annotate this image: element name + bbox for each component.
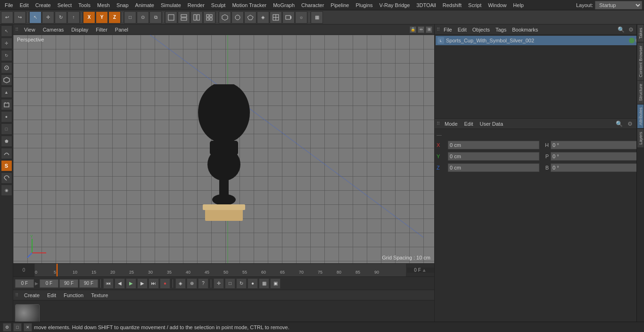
tab-structure[interactable]: Structure bbox=[637, 81, 644, 105]
toolbar-move[interactable]: ✛ bbox=[42, 11, 54, 24]
sidebar-icon-8[interactable]: □ bbox=[1, 123, 12, 135]
attr-p-input[interactable] bbox=[551, 152, 642, 161]
menu-3dtoall[interactable]: 3DTOAll bbox=[413, 1, 438, 9]
transport-current-frame[interactable] bbox=[40, 279, 58, 288]
sidebar-icon-6[interactable] bbox=[1, 99, 12, 110]
toolbar-cube[interactable] bbox=[219, 11, 231, 24]
transport-goto-start[interactable]: ⏮ bbox=[103, 278, 114, 289]
layout-dropdown[interactable]: Startup bbox=[595, 1, 642, 9]
object-dot-1[interactable] bbox=[629, 38, 635, 43]
status-icon-1[interactable]: ⚙ bbox=[3, 323, 11, 332]
toolbar-redo[interactable]: ↪ bbox=[14, 11, 26, 24]
attr-search-icon[interactable]: 🔍 bbox=[616, 121, 623, 127]
transport-goto-end[interactable]: ⏭ bbox=[149, 278, 159, 289]
toolbar-select[interactable]: ↖ bbox=[29, 11, 41, 24]
sidebar-icon-1[interactable]: ✛ bbox=[1, 38, 12, 49]
attr-mode[interactable]: Mode bbox=[443, 120, 460, 128]
bottom-menu-create[interactable]: Create bbox=[22, 292, 41, 299]
obj-search-icon[interactable]: 🔍 bbox=[618, 26, 625, 33]
toolbar-light[interactable]: ☼ bbox=[295, 11, 307, 24]
bottom-menu-edit[interactable]: Edit bbox=[45, 292, 58, 299]
menu-character[interactable]: Character bbox=[298, 1, 327, 9]
viewport-menu-cameras[interactable]: Cameras bbox=[41, 26, 66, 33]
sidebar-icon-s[interactable]: S bbox=[1, 160, 12, 171]
transport-end-frame[interactable] bbox=[59, 279, 78, 288]
sidebar-icon-2[interactable]: ↻ bbox=[1, 50, 12, 61]
menu-simulate[interactable]: Simulate bbox=[158, 1, 184, 9]
obj-mgr-objects[interactable]: Objects bbox=[471, 26, 492, 33]
menu-sculpt[interactable]: Sculpt bbox=[208, 1, 229, 9]
menu-script[interactable]: Script bbox=[465, 1, 484, 9]
transport-motion5[interactable]: ▦ bbox=[259, 278, 269, 289]
toolbar-axis-z[interactable]: Z bbox=[108, 11, 121, 24]
toolbar-scale[interactable]: ↻ bbox=[55, 11, 67, 24]
toolbar-vp-1[interactable] bbox=[165, 11, 177, 24]
sidebar-icon-9[interactable]: ⬟ bbox=[1, 136, 12, 147]
attr-edit[interactable]: Edit bbox=[462, 120, 475, 128]
menu-file[interactable]: File bbox=[2, 1, 16, 9]
toolbar-vp-3[interactable] bbox=[190, 11, 203, 24]
menu-window[interactable]: Window bbox=[485, 1, 509, 9]
menu-select[interactable]: Select bbox=[55, 1, 75, 9]
timeline-ruler[interactable]: 0 5 10 15 20 25 30 35 40 45 50 55 60 65 … bbox=[35, 264, 406, 276]
menu-plugins[interactable]: Plugins bbox=[353, 1, 375, 9]
attr-y-input[interactable] bbox=[448, 152, 539, 161]
tab-attributes[interactable]: Attributes bbox=[637, 104, 644, 129]
transport-motion6[interactable]: ▣ bbox=[270, 278, 281, 289]
obj-settings-icon[interactable]: ⚙ bbox=[628, 26, 634, 33]
menu-redshift[interactable]: Redshift bbox=[440, 1, 464, 9]
toolbar-undo[interactable]: ↩ bbox=[1, 11, 13, 24]
sidebar-icon-10[interactable] bbox=[1, 148, 12, 159]
transport-help[interactable]: ? bbox=[198, 278, 208, 289]
timeline-area[interactable]: 0 0 5 10 15 20 25 30 35 40 45 50 55 bbox=[13, 263, 434, 276]
attr-settings-icon[interactable]: ⚙ bbox=[627, 121, 633, 127]
menu-edit[interactable]: Edit bbox=[17, 1, 32, 9]
menu-pipeline[interactable]: Pipeline bbox=[328, 1, 352, 9]
menu-create[interactable]: Create bbox=[33, 1, 54, 9]
sidebar-icon-12[interactable] bbox=[1, 172, 12, 184]
transport-motion2[interactable]: □ bbox=[225, 278, 235, 289]
transport-prev-frame[interactable]: ◀ bbox=[115, 278, 125, 289]
toolbar-vp-2[interactable] bbox=[178, 11, 190, 24]
menu-motion-tracker[interactable]: Motion Tracker bbox=[229, 1, 269, 9]
tab-takes[interactable]: Takes bbox=[637, 24, 644, 42]
transport-auto-key[interactable]: ◈ bbox=[175, 278, 186, 289]
menu-snap[interactable]: Snap bbox=[114, 1, 132, 9]
toolbar-shape[interactable]: ◈ bbox=[257, 11, 269, 24]
obj-mgr-edit[interactable]: Edit bbox=[456, 26, 469, 33]
sidebar-icon-0[interactable]: ↖ bbox=[1, 25, 12, 37]
toolbar-axis-x[interactable]: X bbox=[83, 11, 95, 24]
obj-mgr-file[interactable]: File bbox=[442, 26, 454, 33]
attr-user-data[interactable]: User Data bbox=[478, 120, 505, 128]
viewport-menu-filter[interactable]: Filter bbox=[94, 26, 109, 33]
toolbar-vp-4[interactable] bbox=[203, 11, 215, 24]
status-icon-2[interactable]: □ bbox=[13, 323, 22, 332]
sidebar-icon-7[interactable]: ● bbox=[1, 111, 12, 122]
menu-tools[interactable]: Tools bbox=[75, 1, 93, 9]
sidebar-icon-13[interactable]: ◉ bbox=[1, 185, 12, 196]
tab-content-browser[interactable]: Content Browser bbox=[637, 42, 644, 81]
menu-vray[interactable]: V-Ray Bridge bbox=[377, 1, 413, 9]
transport-max-frame[interactable] bbox=[79, 279, 98, 288]
tab-layers[interactable]: Layers bbox=[637, 129, 644, 148]
menu-mograph[interactable]: MoGraph bbox=[270, 1, 297, 9]
transport-start-frame[interactable] bbox=[15, 279, 34, 288]
menu-help[interactable]: Help bbox=[510, 1, 527, 9]
viewport-menu-view[interactable]: View bbox=[22, 26, 37, 33]
toolbar-grid[interactable] bbox=[270, 11, 282, 24]
bottom-menu-function[interactable]: Function bbox=[62, 292, 85, 299]
transport-motion3[interactable]: ↻ bbox=[236, 278, 247, 289]
toolbar-obj-mode[interactable]: □ bbox=[124, 11, 136, 24]
sidebar-icon-4[interactable] bbox=[1, 74, 12, 86]
transport-play[interactable]: ▶ bbox=[126, 278, 136, 289]
toolbar-sphere[interactable] bbox=[231, 11, 244, 24]
toolbar-plane[interactable] bbox=[244, 11, 256, 24]
viewport-dot-expand[interactable]: ⊞ bbox=[426, 26, 432, 33]
toolbar-axis-y[interactable]: Y bbox=[96, 11, 108, 24]
toolbar-render-region[interactable]: ▦ bbox=[311, 11, 323, 24]
viewport-3d[interactable]: Perspective bbox=[13, 35, 434, 263]
menu-render[interactable]: Render bbox=[185, 1, 207, 9]
toolbar-edge-mode[interactable]: ⧉ bbox=[149, 11, 162, 24]
sidebar-icon-5[interactable]: ▲ bbox=[1, 87, 12, 98]
toolbar-point-mode[interactable]: ⊙ bbox=[137, 11, 149, 24]
